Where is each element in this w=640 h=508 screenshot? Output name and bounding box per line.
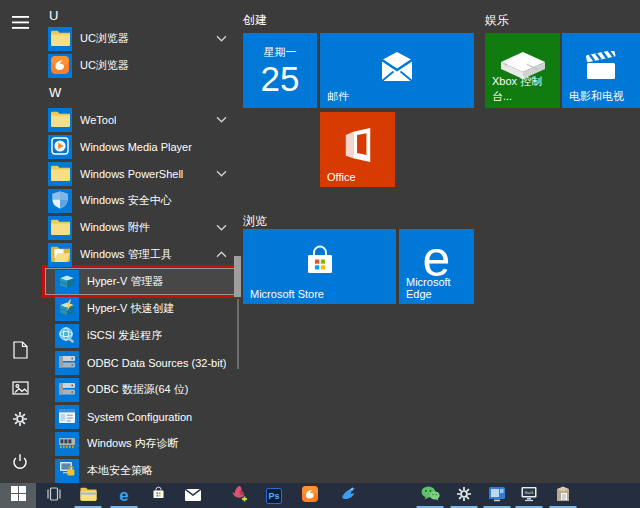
- mail-small-icon: [185, 487, 201, 505]
- section-letter: U: [49, 8, 58, 23]
- pictures-icon: [12, 381, 29, 399]
- section-letter: W: [49, 85, 61, 100]
- tile-mail[interactable]: 邮件: [320, 33, 474, 108]
- taskbar-task-view-button[interactable]: [39, 483, 69, 508]
- app-item-iscsi-initiator[interactable]: iSCSI 发起程序: [40, 322, 240, 349]
- rail-documents-button[interactable]: [9, 341, 31, 363]
- taskbar-store-button[interactable]: [143, 483, 173, 508]
- app-item-wetool[interactable]: WeTool: [40, 106, 240, 133]
- app-icon-tile: [48, 189, 72, 213]
- taskbar-remote-monitor-button[interactable]: S=G: [514, 483, 544, 508]
- app-icon-tile: [55, 324, 79, 348]
- app-item-hyperv-quick-create[interactable]: Hyper-V 快速创建: [40, 295, 240, 322]
- taskbar-photo-viewer-button[interactable]: [224, 483, 254, 508]
- gear-icon: [456, 486, 472, 506]
- calendar-tile-face: 星期一25: [243, 33, 317, 108]
- app-item-windows-media-player[interactable]: Windows Media Player: [40, 133, 240, 160]
- taskbar-file-explorer-button[interactable]: [73, 483, 103, 508]
- tile-movies-tv[interactable]: 电影和电视: [562, 33, 640, 108]
- explorer-folder-icon: [80, 487, 97, 505]
- gear-icon: [12, 411, 28, 431]
- app-item-windows-security[interactable]: Windows 安全中心: [40, 187, 240, 214]
- app-item-system-configuration[interactable]: System Configuration: [40, 403, 240, 430]
- taskbar-start-button[interactable]: [0, 483, 36, 508]
- wmp-icon: [51, 137, 69, 157]
- taskbar-edge-button[interactable]: e: [109, 483, 139, 508]
- security-shield-icon: [52, 191, 68, 211]
- taskbar-mail-button[interactable]: [178, 483, 208, 508]
- windows-logo-icon: [11, 486, 26, 505]
- secpol-icon: [58, 461, 76, 480]
- rail-menu-button[interactable]: [9, 13, 31, 35]
- left-rail: [0, 0, 40, 483]
- tile-group-title[interactable]: 创建: [243, 12, 267, 29]
- tile-calendar[interactable]: 星期一25: [243, 33, 317, 108]
- app-list-section-header-U[interactable]: U: [40, 6, 240, 25]
- taskbar-wechat-button[interactable]: [415, 483, 445, 508]
- app-icon-tile: [48, 27, 72, 51]
- sysconfig-icon: [58, 408, 76, 426]
- tile-group-title[interactable]: 浏览: [243, 213, 267, 230]
- tile-label: Xbox 控制台...: [492, 74, 560, 104]
- start-menu-screen: UUC浏览器UC浏览器WWeToolWindows Media PlayerWi…: [0, 0, 640, 508]
- rail-pictures-button[interactable]: [9, 379, 31, 401]
- rail-power-button[interactable]: [9, 452, 31, 474]
- app-item-local-security-policy[interactable]: 本地安全策略: [40, 457, 240, 484]
- svg-text:S=G: S=G: [525, 489, 534, 494]
- rail-settings-button[interactable]: [9, 410, 31, 432]
- taskbar-settings-button[interactable]: [449, 483, 479, 508]
- app-item-label: ODBC 数据源(64 位): [87, 382, 188, 397]
- app-item-label: Windows 管理工具: [80, 247, 172, 262]
- app-item-label: Windows PowerShell: [80, 168, 183, 180]
- edge-small-icon: e: [119, 487, 128, 505]
- app-list-scrollbar-thumb[interactable]: [234, 256, 241, 297]
- taskbar-image-viewer-button[interactable]: [482, 483, 512, 508]
- taskbar-thunder-button[interactable]: [333, 483, 363, 508]
- taskbar-colorful-browser-button[interactable]: [369, 483, 399, 508]
- hamburger-icon: [12, 15, 29, 33]
- tile-office[interactable]: Office: [320, 112, 395, 187]
- app-item-hyperv-manager[interactable]: Hyper-V 管理器: [45, 268, 237, 295]
- folder-icon: [51, 165, 70, 183]
- ps-badge-icon: Ps: [266, 488, 282, 504]
- app-icon-tile: [55, 351, 79, 375]
- tile-xbox[interactable]: Xbox 控制台...: [485, 33, 560, 108]
- store-bag-icon: [243, 229, 396, 294]
- hyperv-quick-icon: [58, 299, 76, 319]
- tile-area: 创建星期一25邮件Office娱乐Xbox 控制台...电影和电视浏览Micro…: [243, 0, 640, 483]
- app-item-label: WeTool: [80, 114, 116, 126]
- tile-microsoft-edge[interactable]: eMicrosoft Edge: [399, 229, 474, 304]
- app-item-odbc-64[interactable]: ODBC 数据源(64 位): [40, 376, 240, 403]
- app-item-uc-folder[interactable]: UC浏览器: [40, 25, 240, 52]
- sg-monitor-icon: S=G: [520, 486, 538, 506]
- tile-label: Microsoft Store: [250, 288, 324, 300]
- app-icon-tile: [48, 108, 72, 132]
- app-item-odbc-32[interactable]: ODBC Data Sources (32-bit): [40, 349, 240, 376]
- taskbar-uc-browser-button[interactable]: [295, 483, 325, 508]
- app-item-windows-accessories[interactable]: Windows 附件: [40, 214, 240, 241]
- app-item-label: ODBC Data Sources (32-bit): [87, 357, 226, 369]
- rail-user-button[interactable]: [9, 304, 31, 326]
- app-item-label: 本地安全策略: [87, 463, 153, 478]
- wechat-icon: [421, 486, 440, 505]
- task-view-icon: [46, 487, 62, 505]
- uc-app-icon: [51, 56, 69, 76]
- app-item-windows-memory-diagnostic[interactable]: Windows 内存诊断: [40, 430, 240, 457]
- app-icon-tile: [55, 297, 79, 321]
- document-icon: [13, 341, 28, 363]
- tile-microsoft-store[interactable]: Microsoft Store: [243, 229, 396, 304]
- taskbar-installer-button[interactable]: [548, 483, 578, 508]
- app-item-uc-browser[interactable]: UC浏览器: [40, 52, 240, 79]
- tile-group-title[interactable]: 娱乐: [485, 12, 509, 29]
- app-item-windows-powershell[interactable]: Windows PowerShell: [40, 160, 240, 187]
- chevron-down-icon: [216, 224, 227, 231]
- taskbar-photoshop-button[interactable]: Ps: [259, 483, 289, 508]
- tile-label: 邮件: [327, 89, 349, 104]
- app-item-windows-admin-tools[interactable]: Windows 管理工具: [40, 241, 240, 268]
- app-item-label: Windows 附件: [80, 220, 150, 235]
- folder-open-icon: [51, 246, 70, 264]
- app-item-label: UC浏览器: [80, 31, 129, 46]
- app-list-scrollbar-track: [237, 299, 239, 369]
- app-icon-tile: [55, 270, 79, 294]
- app-list-section-header-W[interactable]: W: [40, 79, 240, 106]
